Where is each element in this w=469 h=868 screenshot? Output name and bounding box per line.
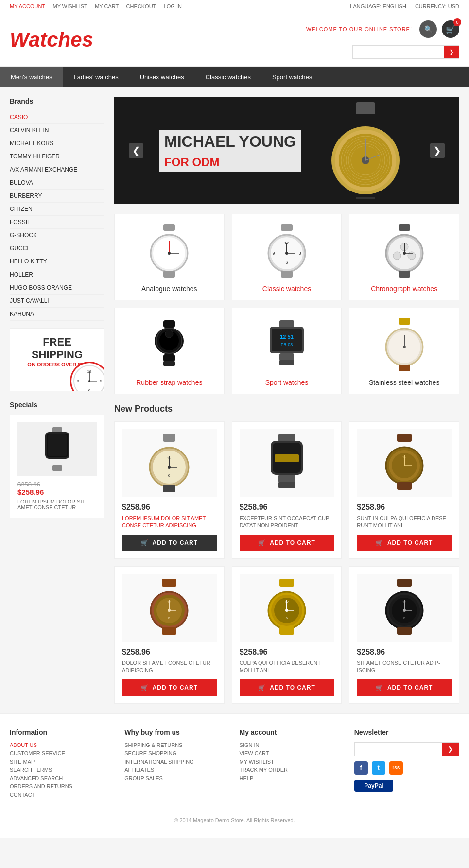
nav-classic-watches[interactable]: Classic watches [195,67,261,87]
footer-secure-link[interactable]: SECURE SHOPPING [124,750,229,756]
footer-view-cart-link[interactable]: VIEW CART [240,750,345,756]
search-input[interactable] [353,46,444,58]
brand-gshock[interactable]: G-SHOCK [10,229,104,242]
footer-help-link[interactable]: HELP [240,775,345,781]
brand-calvinklein[interactable]: CALVIN KLEIN [10,124,104,137]
currency-label[interactable]: CURRENCY: USD [415,3,459,9]
add-to-cart-btn-3[interactable]: 🛒 ADD TO CART [357,535,452,551]
brand-justcavalli[interactable]: JUST CAVALLI [10,295,104,308]
checkout-link[interactable]: CHECKOUT [126,3,156,9]
brand-hugoboss[interactable]: HUGO BOSS ORANGE [10,281,104,295]
my-wishlist-link[interactable]: MY WISHLIST [52,3,87,9]
nav-unisex-watches[interactable]: Unisex watches [129,67,195,87]
svg-rect-74 [399,365,410,371]
brand-tommyhilfiger[interactable]: TOMMY HILFIGER [10,150,104,163]
svg-rect-59 [163,354,175,362]
site-logo[interactable]: Watches [10,28,93,52]
svg-rect-117 [279,627,294,635]
header-icons: 🔍 🛒 0 [419,20,459,38]
my-cart-link[interactable]: MY CART [95,3,119,9]
svg-text:6: 6 [286,616,288,620]
brand-fossil[interactable]: FOSSIL [10,216,104,229]
product-image-1: 12 6 [122,429,217,497]
brand-armani[interactable]: A/X ARMANI EXCHANGE [10,163,104,176]
paypal-logo: PayPal [354,780,459,793]
footer-contact-link[interactable]: CONTACT [10,792,115,798]
brand-casio[interactable]: CASIO [10,111,104,124]
footer-track-order-link[interactable]: TRACK MY ORDER [240,767,345,773]
footer-shipping-link[interactable]: SHIPPING & RETURNS [124,742,229,748]
category-analogue-title: Analogue watches [122,285,217,293]
category-classic[interactable]: 12 6 9 3 Classic watches [232,214,342,300]
footer-intl-shipping-link[interactable]: INTERNATIONAL SHIPPING [124,759,229,764]
add-to-cart-btn-6[interactable]: 🛒 ADD TO CART [357,679,452,696]
language-label[interactable]: LANGUAGE: ENGLISH [350,3,406,9]
my-account-link[interactable]: MY ACCOUNT [10,3,45,9]
category-chronograph-title: Chronograph watches [357,285,452,293]
svg-point-58 [165,330,173,338]
add-to-cart-btn-5[interactable]: 🛒 ADD TO CART [240,679,334,696]
footer-customer-service-link[interactable]: CUSTOMER SERVICE [10,750,115,756]
cart-button[interactable]: 🛒 0 [442,20,459,38]
product-desc-3: SUNT IN CULPA QUI OFFICIA DESE- RUNT MOL… [357,515,452,530]
newsletter-input[interactable] [355,743,442,756]
rss-icon[interactable]: rss [389,761,403,775]
login-link[interactable]: LOG IN [164,3,182,9]
banner-subtitle: FOR ODM [159,153,301,172]
category-classic-title: Classic watches [240,285,334,293]
footer-affiliates-link[interactable]: AFFILIATES [124,767,229,773]
svg-text:6: 6 [168,473,171,478]
add-to-cart-btn-1[interactable]: 🛒 ADD TO CART [122,535,217,551]
nav-ladies-watches[interactable]: Ladies' watches [63,67,129,87]
search-submit[interactable]: ❯ [444,46,459,58]
nav-sport-watches[interactable]: Sport watches [261,67,323,87]
brand-gucci[interactable]: GUCCI [10,242,104,255]
search-button[interactable]: 🔍 [419,20,437,38]
product-price-4: $258.96 [122,648,217,657]
brand-burberry[interactable]: BURBERRY [10,190,104,203]
main-nav: Men's watches Ladies' watches Unisex wat… [0,67,469,87]
facebook-icon[interactable]: f [354,761,368,775]
footer-site-map-link[interactable]: SITE MAP [10,759,115,764]
svg-rect-32 [163,271,175,278]
free-shipping-banner: FREE SHIPPING ON ORDERS OVER $99 12 6 9 … [10,328,104,391]
nav-mens-watches[interactable]: Men's watches [0,67,63,87]
category-stainless[interactable]: Stainless steel watches [349,308,459,394]
category-rubber[interactable]: Rubber strap watches [114,308,225,394]
brand-hellokitty[interactable]: HELLO KITTY [10,255,104,268]
twitter-icon[interactable]: t [372,761,385,775]
brand-holler[interactable]: HOLLER [10,268,104,281]
footer-group-sales-link[interactable]: GROUP SALES [124,775,229,781]
footer-search-terms-link[interactable]: SEARCH TERMS [10,767,115,773]
category-analogue[interactable]: Analogue watches [114,214,225,300]
specials-title: Specials [10,401,104,409]
search-bar[interactable]: ❯ [352,45,459,59]
copyright-text: © 2014 Magento Demo Store. All Rights Re… [174,817,295,823]
product-desc-4: DOLOR SIT AMET CONSE CTETUR ADIPISCING [122,660,217,675]
svg-rect-60 [163,361,175,366]
banner-prev-arrow[interactable]: ❮ [129,143,143,158]
add-to-cart-btn-4[interactable]: 🛒 ADD TO CART [122,679,217,696]
svg-text:6: 6 [285,260,288,265]
brand-bulova[interactable]: BULOVA [10,176,104,190]
brand-michaelkors[interactable]: MICHAEL KORS [10,137,104,150]
footer-orders-returns-link[interactable]: ORDERS AND RETURNS [10,783,115,789]
footer-advanced-search-link[interactable]: ADVANCED SEARCH [10,775,115,781]
banner-next-arrow[interactable]: ❯ [430,143,445,158]
chronograph-watch-image [357,222,452,280]
footer-sign-in-link[interactable]: SIGN IN [240,742,345,748]
hero-banner: ❮ MICHAEL YOUNG FOR ODM [114,97,459,204]
svg-rect-88 [278,475,295,483]
footer-about-link[interactable]: ABOUT US [10,742,115,748]
category-sport[interactable]: 12 51 FR 03 Sport watches [232,308,342,394]
footer-information: Information ABOUT US CUSTOMER SERVICE SI… [10,729,115,800]
brand-kahuna[interactable]: KAHUNA [10,308,104,321]
footer-my-wishlist-link[interactable]: MY WISHLIST [240,759,345,764]
brands-section: Brands CASIO CALVIN KLEIN MICHAEL KORS T… [10,97,104,321]
brand-citizen[interactable]: CITIZEN [10,203,104,216]
newsletter-submit[interactable]: ❯ [442,743,459,756]
add-to-cart-btn-2[interactable]: 🛒 ADD TO CART [240,535,334,551]
svg-rect-98 [162,579,176,587]
category-chronograph[interactable]: Chronograph watches [349,214,459,300]
svg-text:9: 9 [272,251,275,256]
